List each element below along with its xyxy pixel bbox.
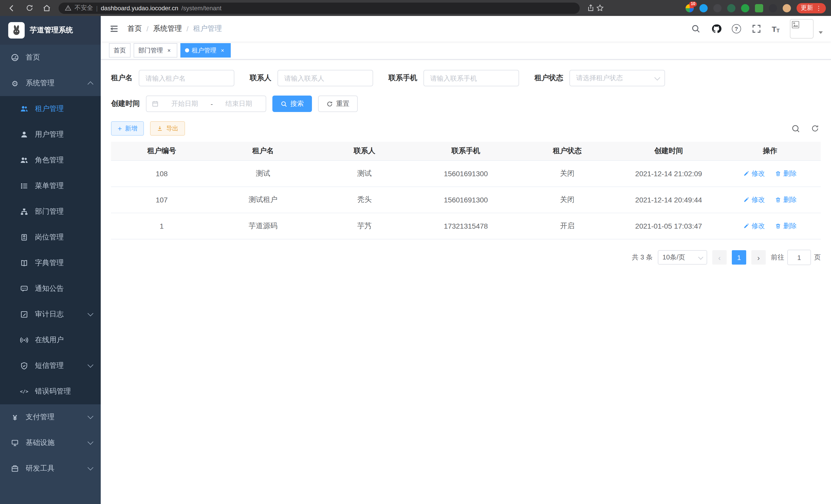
date-separator: - bbox=[211, 100, 213, 108]
dictionary-icon bbox=[20, 259, 29, 268]
github-icon[interactable] bbox=[711, 24, 721, 34]
add-button-label: 新增 bbox=[125, 124, 137, 133]
table-mini-actions bbox=[790, 123, 821, 134]
trash-icon bbox=[775, 197, 781, 203]
app-logo[interactable]: 芋道管理系统 bbox=[0, 16, 101, 45]
sidebar-item-audit-log[interactable]: 审计日志 bbox=[0, 302, 101, 327]
tags-view-bar: 首页 部门管理 × 租户管理 × bbox=[101, 41, 831, 60]
sidebar-item-tenant-management[interactable]: 租户管理 bbox=[0, 96, 101, 122]
extension-icon-green-circle[interactable] bbox=[741, 4, 749, 12]
breadcrumb-system[interactable]: 系统管理 bbox=[153, 24, 182, 33]
reset-button[interactable]: 重置 bbox=[318, 95, 358, 112]
search-icon[interactable] bbox=[690, 24, 701, 34]
tab-tenant-management[interactable]: 租户管理 × bbox=[180, 43, 231, 58]
contact-input[interactable] bbox=[278, 70, 373, 86]
cell-status: 关闭 bbox=[516, 160, 618, 187]
tab-home[interactable]: 首页 bbox=[109, 43, 131, 58]
sidebar-item-post-management[interactable]: 岗位管理 bbox=[0, 225, 101, 250]
sidebar-item-role-management[interactable]: 角色管理 bbox=[0, 147, 101, 173]
sidebar-item-home[interactable]: 首页 bbox=[0, 45, 101, 70]
sidebar-item-infrastructure[interactable]: 基础设施 bbox=[0, 430, 101, 456]
date-range-picker[interactable]: 开始日期 - 结束日期 bbox=[146, 95, 266, 112]
edit-label: 修改 bbox=[752, 195, 765, 205]
chevron-down-icon bbox=[88, 465, 93, 471]
tenant-name-input[interactable] bbox=[139, 70, 234, 86]
extension-icon-dark-green[interactable] bbox=[727, 4, 736, 12]
toggle-search-icon[interactable] bbox=[790, 123, 801, 134]
browser-update-button[interactable]: 更新 ⋮ bbox=[797, 3, 826, 13]
edit-button[interactable]: 修改 bbox=[743, 169, 765, 178]
sidebar-collapse-icon[interactable] bbox=[109, 24, 119, 34]
tab-label: 部门管理 bbox=[138, 46, 163, 55]
date-start-placeholder: 开始日期 bbox=[163, 99, 207, 109]
sidebar-item-system-management[interactable]: ⚙ 系统管理 bbox=[0, 70, 101, 96]
table-toolbar: + 新增 导出 bbox=[111, 121, 821, 136]
profile-avatar[interactable] bbox=[783, 4, 791, 12]
extension-icon-blue[interactable] bbox=[699, 4, 708, 12]
sidebar-item-label: 岗位管理 bbox=[35, 233, 64, 242]
avatar-caret-icon[interactable] bbox=[819, 31, 823, 34]
main-area: 首页 / 系统管理 / 租户管理 ? bbox=[101, 16, 831, 504]
sidebar-item-sms-management[interactable]: 短信管理 bbox=[0, 353, 101, 379]
page-number-1[interactable]: 1 bbox=[732, 250, 746, 265]
edit-button[interactable]: 修改 bbox=[743, 195, 765, 205]
address-bar[interactable]: 不安全 | dashboard.yudao.iocoder.cn/system/… bbox=[59, 2, 580, 13]
refresh-table-icon[interactable] bbox=[809, 123, 821, 134]
back-icon[interactable] bbox=[7, 3, 17, 12]
goto-page: 前往 页 bbox=[771, 250, 821, 265]
home-icon[interactable] bbox=[42, 3, 51, 12]
filter-create-time: 创建时间 开始日期 - 结束日期 bbox=[111, 95, 266, 112]
phone-input[interactable] bbox=[424, 70, 519, 86]
error-code-icon: </> bbox=[20, 387, 29, 396]
dashboard-icon bbox=[10, 53, 20, 62]
sidebar-item-user-management[interactable]: 用户管理 bbox=[0, 122, 101, 147]
user-avatar[interactable] bbox=[790, 19, 813, 38]
extension-puzzle-icon[interactable] bbox=[769, 4, 777, 12]
edit-button[interactable]: 修改 bbox=[743, 221, 765, 231]
tab-close-icon[interactable]: × bbox=[219, 47, 226, 54]
share-icon[interactable] bbox=[586, 3, 595, 12]
sidebar-item-payment-management[interactable]: ¥ 支付管理 bbox=[0, 404, 101, 430]
sidebar-item-dictionary-management[interactable]: 字典管理 bbox=[0, 250, 101, 276]
prev-page-button[interactable]: ‹ bbox=[712, 250, 727, 265]
tab-close-icon[interactable]: × bbox=[166, 47, 173, 54]
help-icon[interactable]: ? bbox=[732, 24, 741, 33]
delete-button[interactable]: 删除 bbox=[775, 169, 797, 178]
sidebar-item-menu-management[interactable]: 菜单管理 bbox=[0, 173, 101, 199]
update-label: 更新 bbox=[801, 4, 813, 12]
font-size-icon[interactable]: TT bbox=[772, 24, 780, 33]
sidebar-item-label: 部门管理 bbox=[35, 207, 64, 216]
chevron-down-icon bbox=[88, 439, 93, 445]
sidebar-item-online-users[interactable]: 在线用户 bbox=[0, 327, 101, 353]
fullscreen-icon[interactable] bbox=[751, 24, 762, 34]
extension-icon-multicolor[interactable]: 10 bbox=[686, 4, 694, 12]
breadcrumb-home[interactable]: 首页 bbox=[127, 24, 142, 33]
tab-department-management[interactable]: 部门管理 × bbox=[134, 43, 177, 58]
sidebar-item-error-code-management[interactable]: </> 错误码管理 bbox=[0, 379, 101, 404]
sidebar-item-label: 错误码管理 bbox=[35, 387, 71, 396]
sidebar-item-label: 基础设施 bbox=[26, 438, 55, 447]
extension-icon-dark-sphere[interactable] bbox=[713, 4, 721, 12]
delete-button[interactable]: 删除 bbox=[775, 221, 797, 231]
security-warning-label[interactable]: 不安全 bbox=[75, 4, 93, 12]
table-row: 1 芋道源码 芋艿 17321315478 开启 2021-01-05 17:0… bbox=[111, 213, 821, 239]
sidebar-item-department-management[interactable]: 部门管理 bbox=[0, 199, 101, 225]
page-size-select[interactable]: 10条/页 bbox=[658, 250, 707, 265]
next-page-button[interactable]: › bbox=[751, 250, 766, 265]
url-host[interactable]: dashboard.yudao.iocoder.cn bbox=[101, 4, 178, 11]
bookmark-star-icon[interactable] bbox=[595, 3, 604, 12]
status-select[interactable]: 请选择租户状态 bbox=[569, 70, 665, 86]
search-button[interactable]: 搜索 bbox=[273, 95, 312, 112]
add-button[interactable]: + 新增 bbox=[111, 121, 144, 136]
extension-icon-green-square[interactable] bbox=[755, 4, 763, 12]
export-button[interactable]: 导出 bbox=[150, 121, 185, 136]
sidebar-item-announcement[interactable]: 通知公告 bbox=[0, 276, 101, 302]
refresh-icon[interactable] bbox=[25, 3, 34, 12]
tenant-name-label: 租户名 bbox=[111, 73, 133, 83]
goto-page-input[interactable] bbox=[787, 250, 811, 265]
delete-button[interactable]: 删除 bbox=[775, 195, 797, 205]
total-count: 共 3 条 bbox=[632, 253, 653, 262]
url-path[interactable]: /system/tenant bbox=[181, 4, 222, 11]
col-tenant-id: 租户编号 bbox=[111, 142, 212, 160]
sidebar-item-devtools[interactable]: 研发工具 bbox=[0, 456, 101, 481]
